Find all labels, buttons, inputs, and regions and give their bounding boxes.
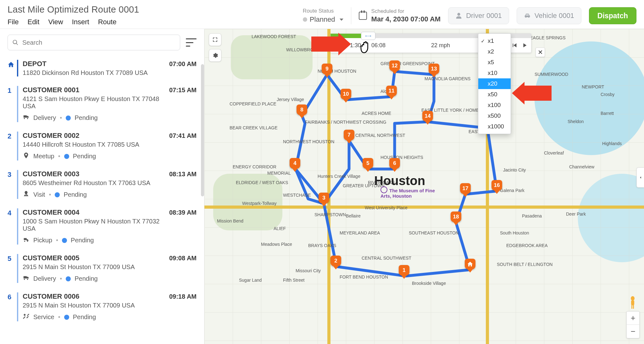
route-status-value: Planned [310, 15, 335, 24]
waypoint-marker[interactable]: 2 [330, 256, 341, 268]
map-area-label: LAKEWOOD FOREST [252, 34, 296, 39]
map-area-label: Jersey Village [277, 97, 304, 102]
waypoint-marker[interactable]: 4 [290, 158, 300, 171]
stop-type: Visit [33, 191, 45, 198]
stop-type: Delivery [33, 275, 56, 282]
stop-row[interactable]: 3 CUSTOMER 0003 8605 Westheimer Rd Houst… [0, 166, 204, 204]
poi-museum[interactable]: The Museum of Fine Arts, Houston [380, 186, 437, 199]
settings-button[interactable] [209, 49, 221, 62]
driver-pill[interactable]: Driver 0001 [448, 7, 509, 24]
svg-rect-1 [631, 300, 634, 305]
speed-option[interactable]: x20 [478, 78, 511, 89]
stop-number: 5 [8, 254, 18, 283]
waypoint-marker[interactable]: 8 [297, 104, 307, 117]
waypoint-marker[interactable]: 13 [429, 64, 439, 76]
map-area-label: NEWPORT [582, 84, 604, 89]
waypoint-marker[interactable]: 11 [386, 86, 397, 98]
stop-address: 4121 S Sam Houston Pkwy E Houston TX 770… [23, 95, 162, 110]
map-area-label: SHARPSTOWN [314, 212, 346, 217]
callout-arrow-handle [311, 33, 351, 55]
side-panel-handle[interactable] [636, 167, 644, 188]
stop-address: 2915 N Main St Houston TX 77009 USA [23, 302, 162, 309]
pegman-icon[interactable] [628, 296, 638, 309]
play-icon[interactable] [521, 42, 528, 49]
waypoint-marker[interactable]: 14 [422, 111, 433, 123]
zoom-out-button[interactable]: − [627, 325, 639, 338]
status-dot-icon [66, 116, 71, 121]
stop-number: 3 [8, 170, 18, 199]
waypoint-marker[interactable]: 3 [319, 193, 329, 205]
stop-type-icon [23, 313, 30, 321]
search-box[interactable] [8, 35, 180, 50]
stop-row[interactable]: 5 CUSTOMER 0005 2915 N Main St Houston T… [0, 250, 204, 288]
waypoint-marker[interactable]: 16 [491, 180, 502, 193]
waypoint-marker[interactable]: 5 [363, 158, 373, 171]
stop-depot[interactable]: DEPOT 11820 Dickinson Rd Houston TX 7708… [0, 55, 204, 82]
stop-type-icon [23, 114, 30, 122]
search-icon [12, 39, 19, 46]
stops-list: DEPOT 11820 Dickinson Rd Houston TX 7708… [0, 54, 204, 344]
stop-row[interactable]: 6 CUSTOMER 0006 2915 N Main St Houston T… [0, 288, 204, 326]
speed-option[interactable]: x500 [478, 110, 511, 121]
depot-name: DEPOT [23, 60, 162, 68]
stop-row[interactable]: 1 CUSTOMER 0001 4121 S Sam Houston Pkwy … [0, 82, 204, 127]
stop-name: CUSTOMER 0006 [23, 292, 162, 301]
menu-edit[interactable]: Edit [27, 18, 39, 26]
home-icon [8, 61, 14, 68]
fullscreen-icon [212, 37, 218, 43]
scheduled-block[interactable]: Scheduled for Mar 4, 2030 07:00 AM [359, 8, 441, 23]
menu-route[interactable]: Route [98, 18, 117, 26]
map-area-label: HOUSTON HEIGHTS [380, 155, 423, 160]
stop-time: 07:15 AM [162, 86, 197, 122]
dispatch-button[interactable]: Dispatch [589, 7, 636, 24]
waypoint-marker[interactable]: 18 [451, 211, 461, 224]
map-area-label: ENERGY CORRIDOR [233, 164, 276, 169]
map-pane[interactable]: LAKEWOOD FORESTWILLOWBROOKNORTH HOUSTONG… [204, 29, 644, 344]
sidebar: DEPOT 11820 Dickinson Rd Houston TX 7708… [0, 29, 204, 344]
sort-button[interactable] [186, 38, 197, 47]
speed-option[interactable]: x2 [478, 46, 511, 57]
speed-option[interactable]: x50 [478, 89, 511, 100]
speed-option[interactable]: x10 [478, 68, 511, 78]
stop-number: 6 [8, 292, 18, 321]
zoom-in-button[interactable]: + [627, 312, 639, 325]
map-area-label: ACRES HOME [362, 111, 391, 116]
status-dot-icon [64, 315, 69, 320]
map-area-label: Bellaire [346, 213, 361, 218]
divider [351, 7, 351, 24]
waypoint-marker[interactable]: 1 [399, 265, 409, 278]
map-area-label: BRAYS OAKS [308, 243, 336, 248]
waypoint-marker[interactable]: 9 [322, 64, 332, 76]
waypoint-marker[interactable]: 17 [460, 183, 471, 196]
vehicle-pill[interactable]: Vehicle 0001 [517, 7, 581, 24]
skip-back-icon[interactable] [511, 42, 518, 49]
menu-file[interactable]: File [8, 18, 19, 26]
vehicle-icon [524, 12, 531, 19]
stop-name: CUSTOMER 0003 [23, 170, 162, 178]
waypoint-marker[interactable]: 10 [341, 89, 351, 101]
fullscreen-button[interactable] [209, 33, 221, 46]
playback-close-button[interactable]: ✕ [536, 48, 545, 57]
stop-address: 8605 Westheimer Rd Houston TX 77063 USA [23, 179, 162, 187]
speed-option[interactable]: x5 [478, 57, 511, 68]
stop-time: 09:18 AM [162, 292, 197, 321]
scrollbar[interactable] [201, 64, 204, 196]
waypoint-marker[interactable]: 6 [389, 158, 400, 171]
route-status[interactable]: Route Status Planned [303, 8, 343, 24]
speed-option[interactable]: ✓x1 [478, 36, 511, 46]
menu-insert[interactable]: Insert [72, 18, 89, 26]
speed-option[interactable]: x1000 [478, 121, 511, 132]
menu-view[interactable]: View [48, 18, 63, 26]
stop-name: CUSTOMER 0004 [23, 208, 162, 217]
stop-row[interactable]: 2 CUSTOMER 0002 14440 Hillcroft St Houst… [0, 127, 204, 166]
map-area-label: West University Place [365, 205, 408, 210]
stop-row[interactable]: 4 CUSTOMER 0004 1000 S Sam Houston Pkwy … [0, 204, 204, 250]
waypoint-marker[interactable]: 7 [344, 130, 354, 142]
waypoint-marker[interactable]: 12 [389, 60, 400, 73]
driver-pill-label: Driver 0001 [466, 12, 502, 20]
search-input[interactable] [22, 39, 175, 46]
status-dot-icon [55, 192, 60, 197]
speed-option[interactable]: x100 [478, 100, 511, 110]
waypoint-home[interactable] [465, 259, 475, 271]
status-dot-icon [62, 238, 67, 243]
